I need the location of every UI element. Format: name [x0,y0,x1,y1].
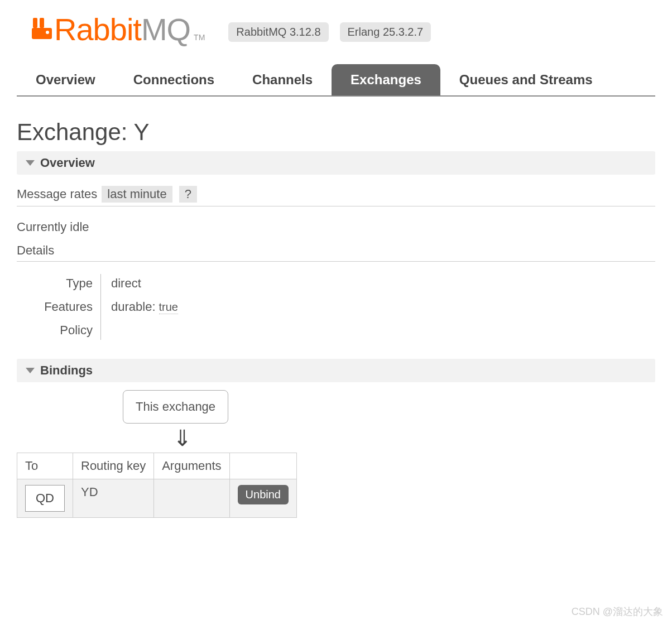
svg-point-3 [46,31,49,34]
col-arguments: Arguments [154,453,229,479]
svg-rect-2 [32,28,52,39]
detail-policy-label: Policy [33,319,100,342]
section-overview-header[interactable]: Overview [17,151,655,175]
tab-queues-streams[interactable]: Queues and Streams [440,64,612,95]
details-table: Type Features Policy direct durable: tru… [33,272,655,342]
detail-features-label: Features [33,295,100,319]
this-exchange-box: This exchange [123,390,228,424]
detail-type-label: Type [33,272,100,295]
caret-down-icon [26,160,35,166]
help-icon[interactable]: ? [179,186,197,203]
unbind-button[interactable]: Unbind [238,485,289,504]
section-overview-title: Overview [40,156,95,170]
detail-features-value: true [159,301,178,314]
message-rates-row: Message rates last minute ? [17,182,655,206]
tab-connections[interactable]: Connections [114,64,233,95]
col-action [229,453,296,479]
section-bindings-title: Bindings [40,363,93,378]
version-badges: RabbitMQ 3.12.8 Erlang 25.3.2.7 [228,22,431,42]
svg-rect-1 [40,18,44,28]
table-header-row: To Routing key Arguments [17,453,297,479]
binding-routing-key: YD [73,479,154,518]
col-to: To [17,453,73,479]
bindings-area: This exchange ⇓ To Routing key Arguments… [17,390,655,518]
logo-text-rabbit: Rabbit [54,11,141,47]
bindings-table: To Routing key Arguments QD YD Unbind [17,453,297,518]
svg-rect-0 [33,18,37,28]
nav-tabs: Overview Connections Channels Exchanges … [17,64,655,97]
arrow-down-icon: ⇓ [173,427,655,449]
col-routing-key: Routing key [73,453,154,479]
logo[interactable]: RabbitMQ TM [31,11,205,47]
message-rates-label: Message rates [17,187,97,201]
tab-overview[interactable]: Overview [17,64,114,95]
binding-arguments [154,479,229,518]
detail-type-value: direct [101,272,141,295]
caret-down-icon [26,368,35,373]
details-label: Details [17,240,655,262]
detail-policy-value [101,319,111,328]
logo-tm: TM [194,33,205,42]
detail-features-key: durable: [111,300,156,314]
header: RabbitMQ TM RabbitMQ 3.12.8 Erlang 25.3.… [0,0,672,53]
binding-to-link[interactable]: QD [25,485,65,512]
rabbit-icon [31,17,53,42]
erlang-version-badge: Erlang 25.3.2.7 [340,22,431,42]
idle-text: Currently idle [17,206,655,240]
page-title: Exchange: Y [17,119,655,146]
tab-channels[interactable]: Channels [233,64,332,95]
section-bindings-header[interactable]: Bindings [17,359,655,382]
content: Exchange: Y Overview Message rates last … [0,97,672,535]
rates-range-select[interactable]: last minute [102,186,172,203]
logo-text-mq: MQ [141,11,190,47]
rabbitmq-version-badge: RabbitMQ 3.12.8 [228,22,328,42]
table-row: QD YD Unbind [17,479,297,518]
tab-exchanges[interactable]: Exchanges [332,64,440,95]
